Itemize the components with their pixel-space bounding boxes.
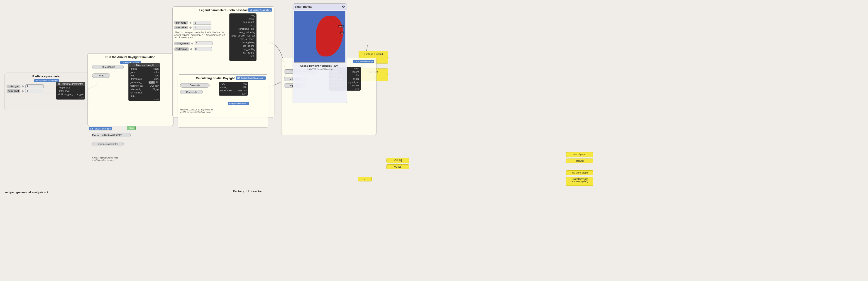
- spatial-daylight-version: 1.8.0: [219, 92, 248, 95]
- hb-model-grid-btn[interactable]: HB Model grid: [92, 65, 124, 69]
- max-value-label: max value: [175, 26, 188, 29]
- pass-label: pass: [338, 25, 344, 27]
- factor-unit-vector-display: Factor ↑↓ Unit vector: [233, 190, 262, 193]
- fail-label: fail: [340, 32, 344, 34]
- enhanced-port: enhanced_: [130, 88, 141, 91]
- da-port: DA: [155, 74, 159, 77]
- ann-label: ANN: [149, 81, 155, 84]
- nr-decimals-label: nr decimals: [175, 48, 189, 51]
- max-diamond: [189, 26, 192, 29]
- radiance-parameter-btn[interactable]: radiance parameter: [92, 142, 124, 146]
- max-value[interactable]: 1: [193, 26, 211, 30]
- false-start-toggle-label: LB FalseStartToggle: [89, 127, 112, 130]
- visualizing-label: LB Spatial Heatmap: [353, 60, 374, 63]
- base-plane-port: base_plane_: [242, 41, 255, 44]
- min-value-label: min value: [175, 21, 188, 25]
- radiance-panel-title: Radiance parameter: [5, 73, 88, 79]
- title-out-port: title: [355, 74, 359, 77]
- leg-par-out-port: legend_par: [348, 81, 359, 84]
- recipe-type-diamond: [22, 85, 24, 88]
- colors-out-port: colors: [353, 77, 359, 80]
- sda-percent-value: 0.2425: [386, 164, 409, 169]
- additional-par-port: additional_par_: [57, 93, 73, 96]
- nr-decimals-value[interactable]: 0: [194, 47, 212, 51]
- target-time-port: target_time_: [220, 89, 233, 92]
- vert-horiz-port: vert_or_horiz_: [240, 38, 255, 40]
- da-in-port: _DA: [220, 83, 224, 85]
- detail-level-value[interactable]: 1: [25, 89, 43, 93]
- spatial-note: minimum DA value for a space to be well …: [180, 108, 216, 113]
- annual-daylight-title: Run the Annual Daylight Simulation: [88, 54, 173, 60]
- mesh-out-port: mesh: [354, 67, 359, 70]
- da-results-btn[interactable]: DA results: [180, 83, 210, 88]
- vis-set-port: vis_set: [352, 84, 359, 87]
- min-diamond: [189, 22, 192, 24]
- continuous-legend-label: Continuous legend: [359, 51, 388, 57]
- text-height-port: text_height_: [243, 52, 255, 54]
- sda-percent-label: sDA [%]: [386, 158, 409, 163]
- nr-decimals-diamond: [190, 48, 192, 50]
- cda-port: cDA: [154, 78, 159, 80]
- spatial-daylight-label: HB Spatial Daylight Autonomy: [236, 76, 266, 80]
- recipe-type-note: recipe type annual analysis = 2: [5, 190, 48, 194]
- radiance-label: HB Radiance Parameter: [34, 80, 59, 82]
- out-port: out: [243, 83, 247, 85]
- cont-leg-port: continuous_leg_: [238, 28, 255, 30]
- nr-segments-label: nr segments: [175, 42, 190, 45]
- colors-port: colors_: [248, 24, 255, 27]
- unit-of-graph-value[interactable]: pass/fail: [566, 159, 593, 163]
- title-of-graph-label: title of the graph: [566, 170, 593, 175]
- report-port: report: [153, 68, 159, 70]
- title-of-graph-value[interactable]: Spatial Daylight Autonomy (sDA): [566, 177, 593, 186]
- pass-fail-port: pass_fail: [238, 89, 247, 92]
- gear-icon[interactable]: ⚙: [342, 5, 345, 9]
- udi-low-port: UDI_low: [150, 85, 159, 87]
- nr-segments-value[interactable]: 2: [195, 41, 213, 45]
- smart-bitmap-title: Smart Bitmap: [294, 5, 312, 8]
- radiance-node-label: HB Radiance Parameter: [56, 82, 85, 86]
- target-time-value[interactable]: 50: [358, 177, 372, 181]
- seg-height-port: seg_height_: [243, 45, 255, 47]
- run-port: _run: [130, 95, 134, 97]
- schedule-port: _schedule_: [130, 81, 142, 84]
- grid-mesh-btn[interactable]: Grid mesh: [180, 90, 203, 94]
- radiance-parameter-panel: Radiance parameter HB Radiance Parameter…: [4, 72, 89, 110]
- min-value[interactable]: 0: [193, 21, 211, 25]
- smart-bitmap-panel: Smart Bitmap ⚙ pass fail Spatial Dayligh…: [292, 3, 347, 103]
- recipe-type-label: recipe type: [7, 85, 21, 88]
- run-settings-port: run_settings_: [130, 91, 144, 94]
- mesh-in-port: mesh_: [220, 86, 227, 89]
- font-port: font_: [250, 55, 255, 57]
- detail-level-diamond: [21, 90, 24, 92]
- detail-level-label: detail level: [7, 89, 20, 93]
- nr-segments-diamond: [191, 42, 193, 45]
- wea-port: _wea: [130, 71, 135, 73]
- radiance-version: 1.8.0: [56, 96, 85, 99]
- recipe-type-value[interactable]: 2: [25, 84, 43, 88]
- sda-pass-fail-results-label: sDA pass/fail results: [228, 102, 249, 105]
- udi-port: UDI: [155, 81, 159, 84]
- leg-par-port: leg_par: [247, 34, 255, 37]
- false-start-toggle-value[interactable]: True: [127, 126, 136, 130]
- seg-count-port: seg_count_: [243, 21, 255, 23]
- annual-daylight-version: 1.8.0: [129, 98, 160, 101]
- bitmap-subtitle: (250x250) Format32bppArgb: [293, 68, 347, 71]
- bitmap-image-label: Spatial Daylight Autonomy (sDA): [293, 63, 347, 68]
- unit-of-graph-label: unit of graph: [566, 152, 593, 157]
- wae-btn[interactable]: WAE: [92, 73, 110, 78]
- detail-level-port: _detail_level_: [57, 90, 71, 92]
- annual-daylight-panel: Run the Annual Daylight Simulation HB An…: [87, 53, 174, 126]
- legend-out-port: legend: [352, 71, 359, 73]
- legend-note: 'Max_' in case you create the Spatial He…: [173, 30, 227, 40]
- results-port: results: [152, 71, 159, 73]
- model-port: _model: [130, 68, 137, 70]
- larger-smaller-port: larger_smaller_: [231, 34, 247, 37]
- factor-unit-vector-label: Factor ↑↓ Unit vector: [92, 134, 117, 137]
- thresholds-port: _thresholds_: [130, 78, 143, 80]
- legend-label: LB Legend Parameters: [248, 8, 272, 11]
- num-dec-port: num_decimals_: [239, 31, 255, 34]
- rad-par-port: rad_par: [76, 93, 84, 96]
- annual-daylight-node-hdr: HB Annual Daylight: [129, 63, 160, 67]
- seg-width-port: seg_width_: [243, 48, 255, 51]
- sda-port-out: sDA: [242, 86, 247, 89]
